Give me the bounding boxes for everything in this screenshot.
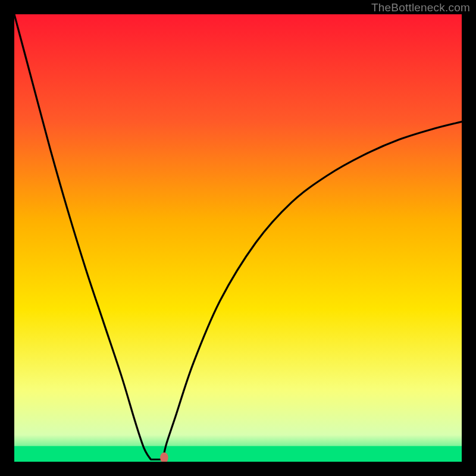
bottleneck-chart: [14, 14, 462, 462]
gradient-background: [14, 14, 462, 462]
watermark: TheBottleneck.com: [371, 1, 470, 14]
green-band: [14, 446, 462, 462]
plot-area: [14, 14, 462, 462]
